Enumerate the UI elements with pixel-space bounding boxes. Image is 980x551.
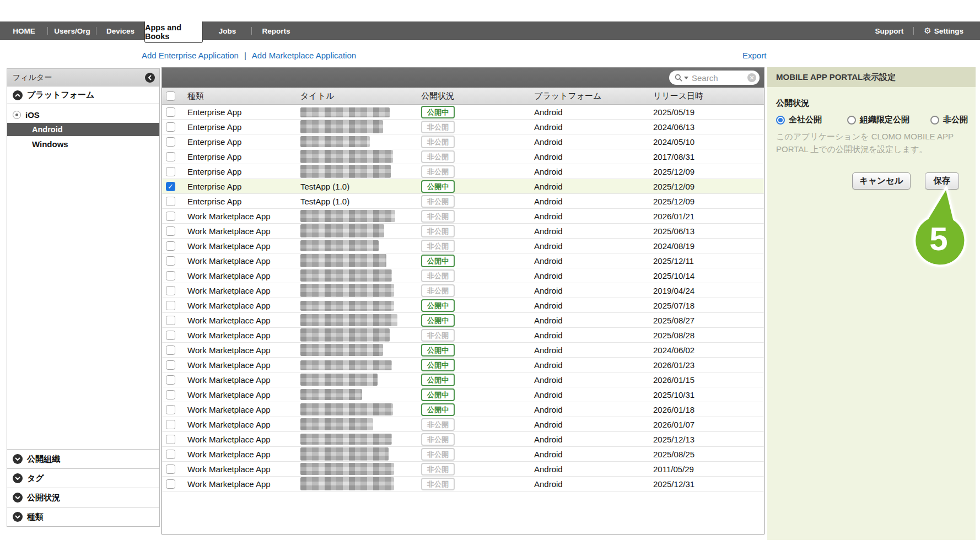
search-input[interactable] xyxy=(692,73,746,83)
column-header-status[interactable]: 公開状況 xyxy=(421,91,534,101)
sidebar-item-ios[interactable]: iOS xyxy=(7,106,159,123)
row-checkbox[interactable] xyxy=(166,256,175,266)
table-row[interactable]: Work Marketplace App 公開中 Android 2026/01… xyxy=(162,402,764,417)
table-row[interactable]: ✓ Enterprise App TestApp (1.0) 公開中 Andro… xyxy=(162,179,764,194)
status-badge: 非公開 xyxy=(421,433,455,446)
filter-section-公開組織[interactable]: 公開組織 xyxy=(7,449,159,468)
table-row[interactable]: Work Marketplace App 非公開 Android 2026/01… xyxy=(162,417,764,432)
select-all-checkbox[interactable] xyxy=(166,91,175,101)
add-marketplace-application-link[interactable]: Add Marketplace Application xyxy=(252,51,356,60)
support-link[interactable]: Support xyxy=(875,27,904,35)
row-checkbox[interactable] xyxy=(166,360,175,370)
tab-reports[interactable]: Reports xyxy=(252,21,300,40)
row-checkbox[interactable] xyxy=(166,197,175,206)
redacted-title xyxy=(300,269,392,282)
radio-全社公開[interactable]: 全社公開 xyxy=(776,115,822,125)
table-row[interactable]: Enterprise App 非公開 Android 2024/05/10 xyxy=(162,134,764,149)
export-link[interactable]: Export xyxy=(742,51,766,60)
search-clear-icon[interactable]: ✕ xyxy=(747,73,756,82)
row-checkbox[interactable] xyxy=(166,226,175,236)
radio-組織限定公開[interactable]: 組織限定公開 xyxy=(847,115,909,125)
sidebar-item-android[interactable]: Android xyxy=(7,123,159,136)
sidebar-collapse-button chevron-left-icon[interactable] xyxy=(145,73,155,83)
table-row[interactable]: Work Marketplace App 公開中 Android 2025/08… xyxy=(162,313,764,328)
filter-section-platform[interactable]: プラットフォーム xyxy=(7,87,159,104)
row-checkbox[interactable] xyxy=(166,331,175,340)
row-checkbox[interactable] xyxy=(166,435,175,444)
redacted-title xyxy=(300,284,394,297)
row-checkbox[interactable] xyxy=(166,375,175,385)
row-checkbox[interactable] xyxy=(166,212,175,221)
table-row[interactable]: Work Marketplace App 公開中 Android 2025/07… xyxy=(162,298,764,313)
table-row[interactable]: Work Marketplace App 非公開 Android 2026/01… xyxy=(162,209,764,224)
table-row[interactable]: Work Marketplace App 公開中 Android 2025/10… xyxy=(162,387,764,402)
filter-section-公開状況[interactable]: 公開状況 xyxy=(7,488,159,507)
settings-link[interactable]: ⚙Settings xyxy=(924,26,963,36)
links-separator: | xyxy=(244,51,246,60)
filter-section-種類[interactable]: 種類 xyxy=(7,507,159,526)
cell-platform: Android xyxy=(534,375,653,385)
table-row[interactable]: Work Marketplace App 非公開 Android 2025/08… xyxy=(162,328,764,343)
search-box[interactable]: ✕ xyxy=(669,71,760,85)
row-checkbox[interactable] xyxy=(166,479,175,489)
row-checkbox[interactable] xyxy=(166,152,175,161)
table-row[interactable]: Work Marketplace App 非公開 Android 2019/04… xyxy=(162,283,764,298)
row-checkbox[interactable] xyxy=(166,122,175,132)
redacted-title xyxy=(300,447,389,461)
row-checkbox[interactable] xyxy=(166,137,175,147)
row-checkbox[interactable] xyxy=(166,345,175,355)
radio-icon xyxy=(776,116,785,125)
add-enterprise-application-link[interactable]: Add Enterprise Application xyxy=(142,51,239,60)
column-header-type[interactable]: 種類 xyxy=(187,91,300,101)
table-header-row: 種類 タイトル 公開状況 プラットフォーム リリース日時 xyxy=(162,88,764,105)
table-row[interactable]: Enterprise App TestApp (1.0) 非公開 Android… xyxy=(162,194,764,209)
table-row[interactable]: Work Marketplace App 非公開 Android 2025/12… xyxy=(162,432,764,447)
tab-users-org[interactable]: Users/Org xyxy=(48,21,96,40)
table-row[interactable]: Work Marketplace App 公開中 Android 2024/06… xyxy=(162,343,764,358)
tab-devices[interactable]: Devices xyxy=(96,21,144,40)
column-header-release-date[interactable]: リリース日時 xyxy=(653,91,764,101)
status-badge: 非公開 xyxy=(421,150,455,163)
table-row[interactable]: Work Marketplace App 非公開 Android 2025/10… xyxy=(162,268,764,283)
table-row[interactable]: Enterprise App 非公開 Android 2025/12/09 xyxy=(162,164,764,179)
row-checkbox[interactable] xyxy=(166,271,175,280)
row-checkbox[interactable] xyxy=(166,301,175,310)
status-badge: 公開中 xyxy=(421,106,455,118)
row-checkbox[interactable] xyxy=(166,450,175,459)
tab-jobs[interactable]: Jobs xyxy=(203,21,252,40)
sidebar-item-windows[interactable]: Windows xyxy=(7,136,159,152)
tab-apps-and-books[interactable]: Apps and Books xyxy=(144,21,203,43)
row-checkbox[interactable] xyxy=(166,107,175,117)
table-row[interactable]: Work Marketplace App 非公開 Android 2011/05… xyxy=(162,462,764,477)
cell-title xyxy=(300,136,421,147)
table-row[interactable]: Enterprise App 非公開 Android 2017/08/31 xyxy=(162,149,764,164)
radio-非公開[interactable]: 非公開 xyxy=(930,115,968,125)
cell-release-date: 2026/01/07 xyxy=(653,420,764,429)
search-scope-dropdown-icon[interactable] xyxy=(684,77,688,79)
table-row[interactable]: Work Marketplace App 非公開 Android 2025/12… xyxy=(162,477,764,491)
filter-section-タグ[interactable]: タグ xyxy=(7,468,159,488)
row-checkbox[interactable] xyxy=(166,464,175,474)
row-checkbox[interactable] xyxy=(166,316,175,325)
table-row[interactable]: Enterprise App 非公開 Android 2024/06/13 xyxy=(162,120,764,134)
cell-title xyxy=(300,344,421,356)
row-checkbox[interactable] xyxy=(166,241,175,251)
row-checkbox[interactable]: ✓ xyxy=(166,182,175,191)
table-row[interactable]: Work Marketplace App 非公開 Android 2025/08… xyxy=(162,447,764,462)
row-checkbox[interactable] xyxy=(166,390,175,399)
tab-home[interactable]: HOME xyxy=(0,21,48,40)
table-row[interactable]: Work Marketplace App 公開中 Android 2025/12… xyxy=(162,253,764,268)
row-checkbox[interactable] xyxy=(166,420,175,429)
row-checkbox[interactable] xyxy=(166,286,175,295)
column-header-platform[interactable]: プラットフォーム xyxy=(534,91,653,101)
row-checkbox[interactable] xyxy=(166,167,175,176)
table-row[interactable]: Enterprise App 公開中 Android 2025/05/19 xyxy=(162,105,764,120)
column-header-title[interactable]: タイトル xyxy=(300,91,421,101)
table-row[interactable]: Work Marketplace App 公開中 Android 2026/01… xyxy=(162,358,764,372)
cancel-button[interactable]: キャンセル xyxy=(852,172,911,190)
table-row[interactable]: Work Marketplace App 公開中 Android 2026/01… xyxy=(162,372,764,387)
table-row[interactable]: Work Marketplace App 非公開 Android 2024/08… xyxy=(162,239,764,253)
row-checkbox[interactable] xyxy=(166,405,175,414)
table-row[interactable]: Work Marketplace App 非公開 Android 2025/06… xyxy=(162,224,764,239)
cell-release-date: 2025/08/28 xyxy=(653,331,764,340)
